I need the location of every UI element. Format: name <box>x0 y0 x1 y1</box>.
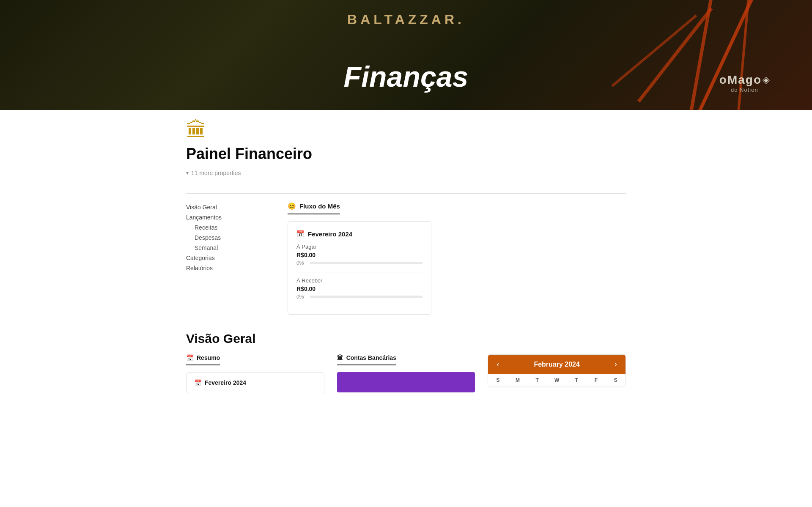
calendar-title: February 2024 <box>534 361 580 368</box>
right-panel: 😊 Fluxo do Mês 📅 Fevereiro 2024 À Pagar … <box>288 202 626 315</box>
more-properties-toggle[interactable]: ▾ 11 more properties <box>186 170 626 176</box>
main-layout: Visão Geral Lançamentos Receitas Despesa… <box>186 202 626 315</box>
visao-geral-title: Visão Geral <box>186 332 626 346</box>
a-receber-label: À Receber <box>296 277 422 284</box>
fluxo-card-month: Fevereiro 2024 <box>308 230 352 238</box>
a-pagar-progress-row: 0% <box>296 260 422 266</box>
calendar-icon: 📅 <box>296 230 304 238</box>
resumo-tab-label: Resumo <box>197 354 220 361</box>
calendar-day-f: F <box>586 374 606 386</box>
fluxo-icon: 😊 <box>288 202 296 210</box>
calendar-day-m: M <box>508 374 527 386</box>
calendar-widget: ‹ February 2024 › S M T W T F S <box>488 354 626 387</box>
fluxo-card-divider <box>296 272 422 272</box>
resumo-column: 📅 Resumo 📅 Fevereiro 2024 <box>186 354 324 393</box>
calendar-days-header: S M T W T F S <box>488 374 625 387</box>
site-logo: BALTAZZAR. <box>347 12 465 27</box>
sidebar-item-lancamentos[interactable]: Lançamentos <box>186 212 262 222</box>
page-content: 🏛 Painel Financeiro ▾ 11 more properties… <box>152 110 660 393</box>
a-pagar-amount: R$0.00 <box>296 252 422 258</box>
omago-text: oMago <box>719 73 762 87</box>
resumo-tab[interactable]: 📅 Resumo <box>186 354 220 365</box>
a-receber-pct: 0% <box>296 294 307 300</box>
calendar-day-s1: S <box>488 374 508 386</box>
calendar-prev-button[interactable]: ‹ <box>495 360 501 369</box>
resumo-card-calendar-icon: 📅 <box>194 379 201 386</box>
bottom-grid: 📅 Resumo 📅 Fevereiro 2024 🏛 Contas Bancá… <box>186 354 626 393</box>
fluxo-tab-label: Fluxo do Mês <box>299 203 340 210</box>
fluxo-card: 📅 Fevereiro 2024 À Pagar R$0.00 0% À Rec… <box>288 221 431 315</box>
page-icon: 🏛 <box>186 118 626 142</box>
resumo-card-month: Fevereiro 2024 <box>205 379 246 386</box>
sidebar-item-visao-geral[interactable]: Visão Geral <box>186 202 262 212</box>
sidebar-item-relatorios[interactable]: Relatórios <box>186 263 262 273</box>
fluxo-tab[interactable]: 😊 Fluxo do Mês <box>288 202 340 214</box>
a-receber-progress-bg <box>310 296 422 298</box>
sidebar-item-receitas[interactable]: Receitas <box>186 222 262 233</box>
contas-bar <box>337 372 475 392</box>
calendar-day-t2: T <box>567 374 586 386</box>
contas-bank-icon: 🏛 <box>337 354 343 361</box>
calendar-day-t1: T <box>527 374 547 386</box>
sidebar-navigation: Visão Geral Lançamentos Receitas Despesa… <box>186 202 262 315</box>
page-title: Painel Financeiro <box>186 145 626 163</box>
calendar-day-w: W <box>547 374 566 386</box>
page-header: 🏛 Painel Financeiro ▾ 11 more properties <box>186 110 626 189</box>
visao-geral-section: Visão Geral 📅 Resumo 📅 Fevereiro 2024 🏛 … <box>186 332 626 393</box>
a-pagar-pct: 0% <box>296 260 307 266</box>
calendar-next-button[interactable]: › <box>613 360 619 369</box>
contas-tab[interactable]: 🏛 Contas Bancárias <box>337 354 396 365</box>
contas-tab-label: Contas Bancárias <box>346 354 396 361</box>
resumo-card: 📅 Fevereiro 2024 <box>186 372 324 393</box>
decorative-ray <box>736 0 750 110</box>
calendar-day-s2: S <box>606 374 625 386</box>
sidebar-item-despesas[interactable]: Despesas <box>186 233 262 243</box>
omago-branding: oMago ◈ do Notion <box>719 73 770 93</box>
a-pagar-label: À Pagar <box>296 244 422 250</box>
contas-column: 🏛 Contas Bancárias <box>337 354 475 393</box>
calendar-header: ‹ February 2024 › <box>488 355 625 374</box>
decorative-ray <box>611 14 697 87</box>
a-receber-progress-row: 0% <box>296 294 422 300</box>
omago-subtitle: do Notion <box>731 87 758 93</box>
page-banner: BALTAZZAR. Finanças oMago ◈ do Notion <box>0 0 812 110</box>
section-divider <box>186 193 626 194</box>
sidebar-item-semanal[interactable]: Semanal <box>186 243 262 253</box>
a-receber-amount: R$0.00 <box>296 285 422 292</box>
a-pagar-progress-bg <box>310 262 422 264</box>
omago-arrow-icon: ◈ <box>763 74 770 85</box>
fluxo-card-header: 📅 Fevereiro 2024 <box>296 230 422 238</box>
sidebar-item-categorias[interactable]: Categorias <box>186 253 262 263</box>
resumo-calendar-icon: 📅 <box>186 354 193 361</box>
chevron-down-icon: ▾ <box>186 170 189 176</box>
calendar-column: ‹ February 2024 › S M T W T F S <box>488 354 626 393</box>
page-banner-title: Finanças <box>344 60 469 93</box>
more-properties-label: 11 more properties <box>191 170 241 176</box>
